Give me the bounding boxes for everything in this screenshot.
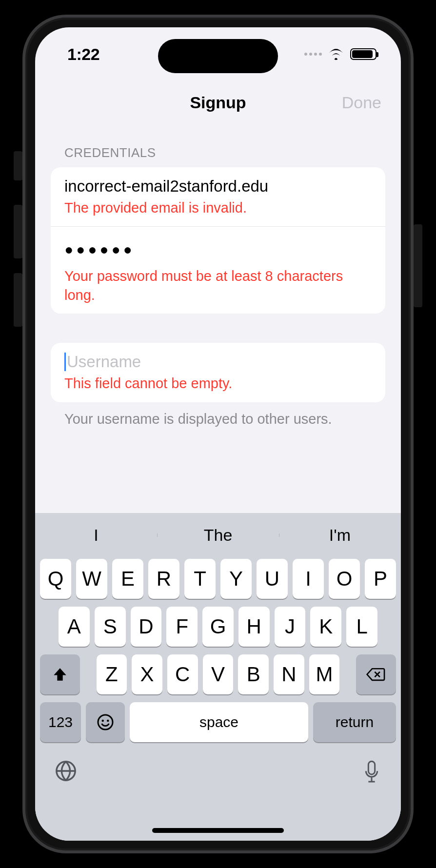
email-row[interactable]: incorrect-email2stanford.edu The provide…: [51, 167, 385, 226]
password-field[interactable]: ●●●●●●: [64, 237, 372, 264]
battery-icon: [350, 48, 377, 60]
text-cursor: [64, 353, 66, 371]
key-rows: Q W E R T Y U I O P A S D F G H: [35, 557, 401, 758]
key-i[interactable]: I: [293, 559, 324, 599]
svg-rect-4: [368, 761, 375, 774]
dynamic-island: [158, 39, 278, 73]
key-shift[interactable]: [40, 654, 80, 694]
cellular-icon: [304, 53, 322, 56]
key-d[interactable]: D: [131, 607, 162, 647]
password-error: Your password must be at least 8 charact…: [64, 267, 372, 305]
signup-form: CREDENTIALS incorrect-email2stanford.edu…: [35, 124, 401, 427]
key-q[interactable]: Q: [40, 559, 71, 599]
keyboard-dictation-button[interactable]: [362, 760, 381, 786]
keyboard-globe-button[interactable]: [55, 760, 77, 786]
key-y[interactable]: Y: [220, 559, 252, 599]
key-p[interactable]: P: [365, 559, 396, 599]
wifi-icon: [328, 48, 344, 60]
keyboard: I The I'm Q W E R T Y U I O P A: [35, 513, 401, 841]
svg-point-1: [102, 720, 104, 722]
key-space[interactable]: space: [130, 702, 308, 742]
credentials-card: incorrect-email2stanford.edu The provide…: [51, 167, 385, 314]
key-m[interactable]: M: [309, 654, 340, 694]
key-g[interactable]: G: [202, 607, 234, 647]
username-error: This field cannot be empty.: [64, 374, 372, 393]
credentials-header: CREDENTIALS: [51, 124, 385, 167]
nav-bar: Signup Done: [35, 81, 401, 124]
key-v[interactable]: V: [203, 654, 234, 694]
key-s[interactable]: S: [95, 607, 126, 647]
suggestion-1[interactable]: I: [35, 526, 157, 545]
key-w[interactable]: W: [76, 559, 107, 599]
suggestion-bar: I The I'm: [35, 513, 401, 557]
status-time: 1:22: [67, 45, 99, 64]
key-z[interactable]: Z: [97, 654, 127, 694]
device-power-button: [414, 224, 422, 307]
username-card: Username This field cannot be empty.: [51, 343, 385, 402]
key-o[interactable]: O: [329, 559, 360, 599]
username-row[interactable]: Username This field cannot be empty.: [51, 343, 385, 402]
key-backspace[interactable]: [356, 654, 396, 694]
key-k[interactable]: K: [310, 607, 341, 647]
page-title: Signup: [190, 93, 246, 112]
key-emoji[interactable]: [86, 702, 125, 742]
suggestion-3[interactable]: I'm: [279, 526, 401, 545]
emoji-icon: [97, 713, 114, 731]
key-t[interactable]: T: [184, 559, 216, 599]
globe-icon: [55, 760, 77, 782]
key-f[interactable]: F: [166, 607, 198, 647]
key-c[interactable]: C: [167, 654, 198, 694]
key-a[interactable]: A: [59, 607, 90, 647]
shift-icon: [52, 666, 68, 683]
key-n[interactable]: N: [274, 654, 304, 694]
svg-point-0: [98, 715, 113, 730]
device-volume-down: [14, 273, 22, 327]
key-numbers[interactable]: 123: [40, 702, 81, 742]
key-e[interactable]: E: [112, 559, 143, 599]
device-volume-up: [14, 205, 22, 258]
key-return[interactable]: return: [313, 702, 396, 742]
email-field[interactable]: incorrect-email2stanford.edu: [64, 177, 372, 196]
backspace-icon: [366, 666, 386, 683]
key-h[interactable]: H: [238, 607, 270, 647]
svg-point-2: [107, 720, 109, 722]
done-button[interactable]: Done: [342, 93, 381, 112]
device-frame: 1:22 Signup Done CREDENTIALS incorrect-e…: [22, 15, 414, 853]
username-footer: Your username is displayed to other user…: [51, 402, 385, 427]
key-r[interactable]: R: [148, 559, 179, 599]
key-j[interactable]: J: [275, 607, 306, 647]
password-row[interactable]: ●●●●●● Your password must be at least 8 …: [51, 226, 385, 314]
suggestion-2[interactable]: The: [157, 526, 279, 545]
status-indicators: [304, 48, 377, 60]
screen: 1:22 Signup Done CREDENTIALS incorrect-e…: [35, 27, 401, 841]
key-b[interactable]: B: [238, 654, 269, 694]
key-l[interactable]: L: [346, 607, 377, 647]
username-field[interactable]: Username: [64, 353, 372, 371]
mic-icon: [362, 760, 381, 784]
key-x[interactable]: X: [132, 654, 162, 694]
device-mute-switch: [14, 151, 22, 180]
email-error: The provided email is invalid.: [64, 198, 372, 217]
username-placeholder: Username: [67, 353, 141, 371]
key-u[interactable]: U: [257, 559, 288, 599]
home-indicator[interactable]: [152, 828, 284, 833]
